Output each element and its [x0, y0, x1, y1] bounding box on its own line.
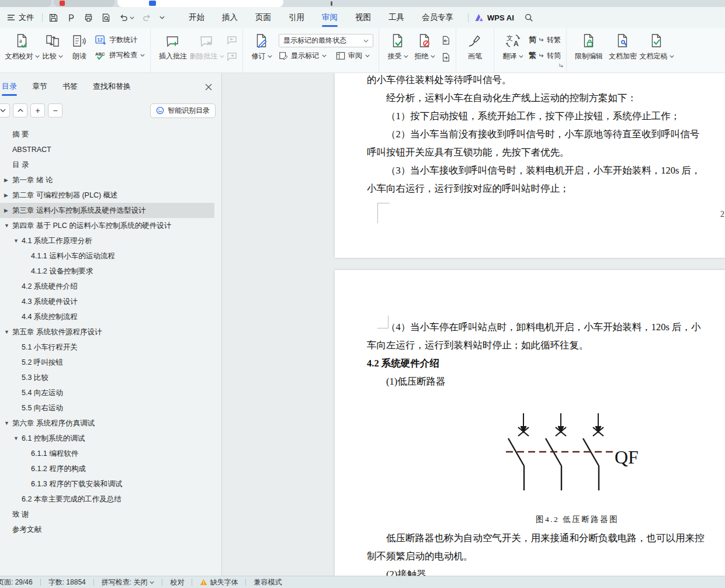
ribbon-tab[interactable]: 审阅	[313, 7, 346, 28]
toc-item[interactable]: 6.1.2 程序的构成	[0, 461, 221, 476]
toc-next-heading-button[interactable]	[0, 103, 10, 117]
status-proofing-button[interactable]: 校对	[170, 577, 184, 587]
toc-previous-heading-button[interactable]	[13, 103, 27, 117]
save-button[interactable]	[48, 13, 58, 23]
compare-button[interactable]: 比较	[39, 28, 66, 61]
finalize-document-button[interactable]: 文档定稿	[640, 28, 674, 61]
toc-collapse-all-button[interactable]: −	[48, 103, 63, 117]
toc-item[interactable]: 6.1.3 程序的下载安装和调试	[0, 476, 221, 492]
toc-expand-arrow-icon[interactable]: ▶	[4, 177, 12, 183]
ribbon-tab[interactable]: 页面	[247, 7, 280, 28]
markup-state-dropdown[interactable]: 显示标记的最终状态	[279, 34, 373, 47]
toc-item[interactable]: 5.4 向左运动	[0, 385, 221, 400]
next-change-button[interactable]	[441, 53, 450, 64]
status-word-count[interactable]: 字数: 18854	[48, 577, 86, 587]
file-menu[interactable]: 文件	[5, 12, 36, 23]
wps-ai-button[interactable]: WPS AI	[474, 13, 514, 22]
pen-button[interactable]: 画笔	[462, 28, 488, 61]
toc-item[interactable]: 致 谢	[0, 507, 221, 522]
toc-item[interactable]: 4.1.2 设备控制要求	[0, 264, 221, 279]
toc-item[interactable]: 6.2 本章主要完成的工作及总结	[0, 492, 221, 507]
protect-group: 限制编辑 文档加密 文档定稿	[566, 28, 679, 72]
toc-item[interactable]: 摘 要	[0, 127, 221, 142]
status-spellcheck-toggle[interactable]: 拼写检查: 关闭	[102, 577, 155, 587]
toc-item[interactable]: ▶ 第三章 运料小车控制系统及硬件选型设计	[0, 203, 214, 218]
proofing-group: a 文档校对 比较 朗读 12 字数统计 ABC 拼写检查	[0, 28, 150, 72]
customize-toolbar-button[interactable]	[159, 16, 165, 19]
show-markup-button[interactable]: 显示标记	[279, 51, 327, 61]
toc-item[interactable]: 目 录	[0, 157, 221, 172]
toc-item[interactable]: 参考文献	[0, 522, 221, 537]
toc-item[interactable]: ▶ 第一章 绪 论	[0, 172, 221, 188]
sidebar-close-button[interactable]	[205, 82, 212, 93]
toc-item[interactable]: 5.3 比较	[0, 370, 221, 385]
spell-check-button[interactable]: ABC 拼写检查	[95, 50, 145, 60]
print-button[interactable]	[84, 13, 93, 23]
review-pane-button[interactable]: 审阅	[336, 51, 370, 61]
sidebar-tab[interactable]: 查找和替换	[85, 73, 138, 100]
toc-expand-arrow-icon[interactable]: ▼	[4, 329, 12, 335]
toc-expand-arrow-icon[interactable]: ▼	[4, 420, 12, 426]
ribbon-tab[interactable]: 视图	[346, 7, 380, 28]
toc-item[interactable]: ABSTRACT	[0, 142, 221, 157]
toc-item[interactable]: ▼ 第五章 系统软件源程序设计	[0, 324, 221, 340]
tab-bar-more-icon[interactable]	[331, 1, 332, 6]
ribbon-tab[interactable]: 引用	[280, 7, 313, 28]
group-expander-icon[interactable]	[559, 60, 564, 70]
toc-expand-arrow-icon[interactable]: ▼	[13, 238, 22, 244]
reject-change-button[interactable]: 拒绝	[411, 28, 438, 61]
restrict-editing-button[interactable]: 限制编辑	[572, 28, 606, 61]
toc-item[interactable]: 4.2 系统硬件介绍	[0, 279, 221, 294]
print-preview-button[interactable]	[101, 13, 111, 23]
insert-comment-button[interactable]: 插入批注	[156, 28, 190, 61]
toc-item[interactable]: 5.2 呼叫按钮	[0, 355, 221, 370]
toc-item[interactable]: 4.4 系统控制流程	[0, 309, 221, 324]
toc-item[interactable]: ▼ 第四章 基于 PLC 的运料小车控制系统的硬件设计	[0, 218, 221, 233]
smart-toc-button[interactable]: 智能识别目录	[150, 103, 216, 118]
status-missing-font-warning[interactable]: 缺失字体	[200, 577, 238, 587]
simplified-to-traditional-button[interactable]: 简 转繁	[529, 34, 561, 45]
previous-change-button[interactable]	[441, 36, 450, 47]
toc-item[interactable]: 5.5 向右运动	[0, 400, 221, 416]
toc-expand-arrow-icon[interactable]: ▶	[4, 192, 12, 198]
toc-expand-arrow-icon[interactable]: ▼	[13, 435, 22, 441]
doc-line: 车向左运行，运行到装料站时停止；如此循环往复。	[335, 336, 725, 354]
toc-expand-arrow-icon[interactable]: ▶	[4, 207, 12, 213]
toc-item[interactable]: 4.3 系统硬件设计	[0, 294, 221, 309]
ribbon-tab[interactable]: 插入	[213, 7, 247, 28]
document-tab-inactive-2[interactable]	[54, 0, 115, 7]
document-page-1[interactable]: 的小车停往装料处等待呼叫信号。 经分析，运料小车在自动化生产线上运动的控制方案如…	[335, 73, 725, 258]
document-tab-inactive-1[interactable]	[0, 0, 51, 7]
sidebar-tab[interactable]: 章节	[25, 73, 55, 100]
document-tab-active[interactable]	[117, 0, 283, 7]
toc-item[interactable]: 5.1 小车行程开关	[0, 340, 221, 355]
toc-item-label: 参考文献	[12, 525, 41, 535]
accept-change-button[interactable]: 接受	[384, 28, 411, 61]
toc-item[interactable]: ▼ 6.1 控制系统的调试	[0, 431, 221, 446]
sidebar-tab[interactable]: 书签	[55, 73, 85, 100]
toc-item[interactable]: ▼ 第六章 系统程序仿真调试	[0, 416, 221, 431]
encrypt-document-button[interactable]: 文档加密	[606, 28, 640, 61]
ribbon-tab[interactable]: 开始	[180, 7, 213, 28]
toc-item[interactable]: 6.1.1 编程软件	[0, 446, 221, 461]
document-page-2[interactable]: （4）当小车停在呼叫站点时，卸料电机开启，小车开始装料，120s 后，小 车向左…	[335, 270, 725, 576]
toc-expand-arrow-icon[interactable]: ▼	[4, 223, 12, 229]
read-aloud-button[interactable]: 朗读	[66, 28, 93, 61]
toc-item[interactable]: ▶ 第二章 可编程控制器 (PLC) 概述	[0, 188, 221, 203]
export-pdf-button[interactable]	[66, 13, 76, 23]
search-button[interactable]	[524, 13, 533, 22]
doc-proof-button[interactable]: a 文档校对	[5, 28, 39, 61]
track-changes-button[interactable]: 修订	[248, 28, 275, 61]
warning-icon	[200, 579, 207, 586]
toc-item[interactable]: ▼ 4.1 系统工作原理分析	[0, 233, 221, 248]
sidebar-tab[interactable]: 目录	[0, 73, 25, 100]
translate-button[interactable]: 文A 翻译	[499, 28, 526, 61]
delete-comment-icon	[199, 33, 214, 49]
toc-expand-all-button[interactable]: +	[30, 103, 45, 117]
word-count-button[interactable]: 12 字数统计	[95, 35, 145, 45]
toc-item[interactable]: 4.1.1 运料小车的运动流程	[0, 248, 221, 264]
traditional-to-simplified-button[interactable]: 繁 转简	[529, 50, 561, 61]
ribbon-tab[interactable]: 工具	[380, 7, 413, 28]
ribbon-tab[interactable]: 会员专享	[413, 7, 462, 28]
undo-button[interactable]	[119, 13, 134, 23]
